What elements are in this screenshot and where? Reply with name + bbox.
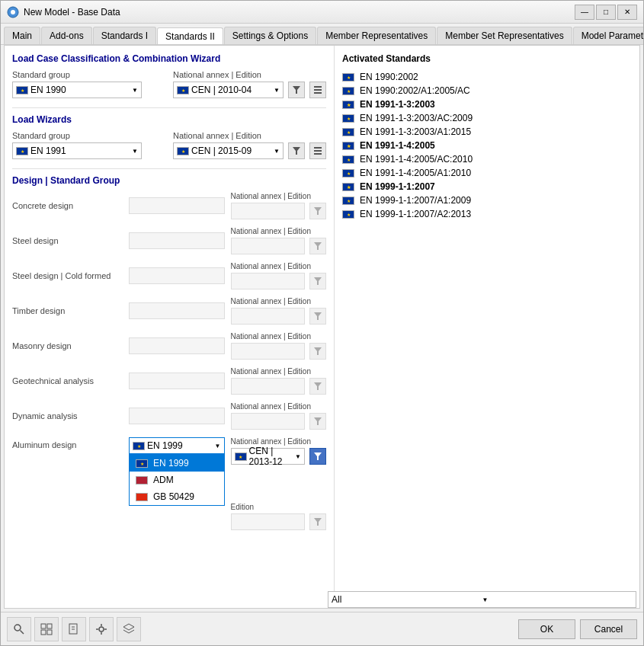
timber-select-col [129, 302, 225, 319]
concrete-annex-label: National annex | Edition [231, 192, 327, 200]
aluminum-option-en1999[interactable]: EN 1999 [130, 455, 224, 472]
search-icon-btn[interactable] [7, 617, 31, 641]
svg-marker-16 [314, 417, 322, 425]
loadcase-standard-label: Standard group [12, 70, 165, 79]
grid-icon-btn[interactable] [34, 617, 59, 641]
steel-cold-select[interactable] [129, 267, 225, 284]
tab-addons[interactable]: Add-ons [41, 27, 92, 44]
dynamic-annex-select[interactable] [231, 413, 306, 430]
steel-filter-btn[interactable] [309, 238, 326, 254]
dynamic-filter-btn[interactable] [309, 413, 326, 430]
aluminum-edition-select[interactable] [231, 513, 306, 530]
dynamic-select[interactable] [129, 408, 225, 424]
loadcase-filter-btn[interactable] [288, 82, 305, 98]
aluminum-option-gb50429[interactable]: GB 50429 [130, 488, 224, 505]
loadwizards-annex-select[interactable]: CEN | 2015-09 ▼ [173, 142, 284, 159]
svg-rect-7 [314, 147, 322, 149]
geo-annex-row [231, 378, 327, 395]
svg-marker-18 [314, 518, 322, 526]
aluminum-filter-btn[interactable] [309, 448, 326, 465]
timber-filter-btn[interactable] [309, 308, 326, 325]
svg-rect-8 [314, 150, 322, 152]
steel-cold-annex-select[interactable] [231, 273, 306, 289]
steel-cold-filter-btn[interactable] [309, 273, 326, 289]
ok-button[interactable]: OK [518, 619, 575, 639]
activated-item-6: EN 1991-1-4:2005 [360, 140, 435, 151]
aluminum-select[interactable]: EN 1999 ▼ [129, 437, 225, 454]
tab-modelparams[interactable]: Model Parameters [573, 27, 643, 44]
list-item: EN 1991-1-3:2003/A1:2015 [342, 125, 632, 139]
loadcase-standard-wrapper: EN 1990 ▼ [12, 82, 165, 98]
steel-select[interactable] [129, 232, 225, 249]
geo-select-col [129, 373, 225, 389]
steel-cold-annex-row [231, 273, 327, 289]
tab-standards1[interactable]: Standards I [93, 27, 156, 44]
svg-marker-33 [123, 624, 134, 630]
concrete-annex-select[interactable] [231, 203, 306, 219]
eu-flag-1 [342, 73, 354, 82]
design-row-steel-cold: Steel design | Cold formed National anne… [12, 262, 326, 289]
tab-memberrep[interactable]: Member Representatives [317, 27, 436, 44]
eu-flag-lw-annex [177, 147, 189, 155]
maximize-button[interactable]: □ [596, 5, 616, 20]
tab-membersetrep[interactable]: Member Set Representatives [437, 27, 572, 44]
loadwizards-standard-select[interactable]: EN 1991 ▼ [12, 142, 142, 159]
eu-flag-4 [342, 114, 354, 123]
activated-item-8: EN 1991-1-4:2005/A1:2010 [360, 168, 471, 178]
loadcase-edit-btn[interactable] [309, 82, 326, 98]
svg-rect-22 [47, 624, 52, 628]
aluminum-option-adm[interactable]: ADM [130, 472, 224, 488]
eu-flag-8 [342, 169, 354, 177]
timber-label: Timber design [12, 306, 123, 315]
all-filter-dropdown[interactable]: All ▼ [335, 591, 636, 608]
loadwizards-edit-btn[interactable] [309, 142, 326, 159]
loadwizards-standard-label: Standard group [12, 131, 165, 140]
aluminum-annex-select[interactable]: CEN | 2013-12 ▼ [231, 448, 306, 465]
window-title: New Model - Base Data [24, 7, 120, 18]
tab-standards2[interactable]: Standards II [157, 27, 223, 45]
aluminum-annex-label: National annex | Edition [231, 437, 327, 446]
close-button[interactable]: ✕ [617, 5, 637, 20]
timber-annex-col: National annex | Edition [231, 297, 327, 325]
loadwizards-annex-wrapper: CEN | 2015-09 ▼ [173, 142, 284, 159]
steel-annex-col: National annex | Edition [231, 227, 327, 254]
loadwizards-filter-btn[interactable] [288, 142, 305, 159]
cancel-button[interactable]: Cancel [580, 619, 637, 639]
timber-annex-select[interactable] [231, 308, 306, 325]
title-bar: New Model - Base Data — □ ✕ [1, 1, 643, 24]
minimize-button[interactable]: — [575, 5, 594, 20]
geo-filter-btn[interactable] [309, 378, 326, 395]
settings-icon-btn[interactable] [89, 617, 114, 641]
svg-marker-6 [293, 147, 300, 155]
svg-rect-9 [314, 153, 322, 155]
geo-select[interactable] [129, 373, 225, 389]
loadcase-annex-select[interactable]: CEN | 2010-04 ▼ [173, 82, 284, 98]
eu-flag-3 [342, 101, 354, 109]
timber-select[interactable] [129, 302, 225, 319]
tab-main[interactable]: Main [4, 27, 40, 44]
list-item: EN 1991-1-4:2005/A1:2010 [342, 166, 632, 180]
concrete-label: Concrete design [12, 201, 123, 210]
design-row-aluminum: Aluminum design EN 1999 ▼ EN 1999 [12, 437, 326, 530]
tab-settings[interactable]: Settings & Options [224, 27, 316, 44]
masonry-filter-btn[interactable] [309, 343, 326, 360]
document-icon-btn[interactable] [62, 617, 86, 641]
eu-flag-lc [16, 86, 28, 94]
concrete-filter-btn[interactable] [309, 203, 326, 219]
design-row-concrete: Concrete design National annex | Edition [12, 192, 326, 219]
concrete-select[interactable] [129, 197, 225, 214]
aluminum-annex-row: CEN | 2013-12 ▼ [231, 448, 327, 465]
bottom-icons [7, 617, 141, 641]
loadwizards-section-title: Load Wizards [12, 114, 326, 125]
masonry-select[interactable] [129, 337, 225, 354]
layers-icon-btn[interactable] [117, 617, 141, 641]
aluminum-edition-filter-btn[interactable] [309, 513, 326, 530]
steel-annex-select[interactable] [231, 238, 306, 254]
aluminum-annex-value: CEN | 2013-12 [249, 446, 296, 467]
masonry-annex-select[interactable] [231, 343, 306, 360]
eu-flag-lw [16, 147, 28, 155]
loadwizards-standard-wrapper: EN 1991 ▼ [12, 142, 165, 159]
loadwizards-annex-arrow: ▼ [274, 148, 280, 155]
loadcase-standard-select[interactable]: EN 1990 ▼ [12, 82, 142, 98]
geo-annex-select[interactable] [231, 378, 306, 395]
